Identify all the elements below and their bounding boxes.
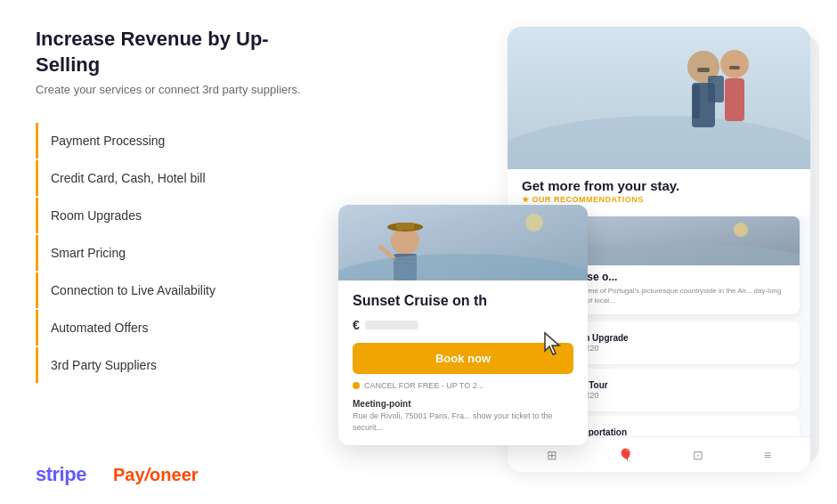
svg-rect-7 — [725, 78, 744, 121]
right-panel: Get more from your stay. ★ OUR RECOMMEND… — [338, 27, 810, 486]
feature-item-credit: Credit Card, Cash, Hotel bill — [36, 160, 321, 196]
svg-marker-34 — [545, 333, 559, 354]
nav-home-icon[interactable]: ⊞ — [547, 448, 557, 462]
hero-image — [508, 27, 810, 169]
main-container: Increase Revenue by Up-Selling Create yo… — [0, 0, 837, 504]
room-upgrade-name: Room Upgrade — [565, 333, 792, 343]
stripe-logo: stripe — [36, 463, 86, 486]
price-row: € — [353, 318, 573, 332]
food-tour-name: Food Tour — [565, 380, 792, 390]
floating-card-image — [338, 205, 588, 280]
meeting-point-address: Rue de Rivoli, 75001 Paris, Fra... show … — [353, 411, 573, 433]
feature-item-live: Connection to Live Availability — [36, 272, 321, 308]
feature-item-payment: Payment Processing — [36, 123, 321, 159]
page-title: Increase Revenue by Up-Selling — [36, 27, 321, 77]
food-tour-price: From €20 — [565, 391, 792, 400]
floating-card-body: Sunset Cruise on th € Book now CANCEL FO… — [338, 280, 588, 445]
recommendation-title: Get more from your stay. — [522, 178, 796, 193]
svg-point-32 — [525, 214, 543, 232]
euro-symbol: € — [353, 318, 360, 332]
svg-rect-27 — [396, 223, 414, 230]
feature-item-offers: Automated Offers — [36, 310, 321, 345]
feature-item-smart: Smart Pricing — [36, 235, 321, 271]
page-subtitle: Create your services or connect 3rd part… — [36, 83, 321, 96]
svg-rect-5 — [693, 85, 700, 118]
star-icon: ★ — [522, 195, 530, 204]
svg-rect-8 — [697, 68, 710, 72]
feature-list: Payment Processing Credit Card, Cash, Ho… — [36, 123, 321, 385]
feature-item-third: 3rd Party Suppliers — [36, 347, 321, 383]
svg-point-6 — [720, 50, 749, 78]
cursor-icon — [543, 331, 565, 362]
svg-rect-4 — [708, 76, 724, 102]
svg-point-11 — [734, 223, 748, 237]
nav-map-icon[interactable]: ⊡ — [693, 448, 703, 462]
service-info-food: Food Tour From €20 — [565, 380, 792, 400]
book-now-button[interactable]: Book now — [353, 343, 573, 374]
floating-card: Sunset Cruise on th € Book now CANCEL FO… — [338, 205, 588, 445]
room-upgrade-price: From €20 — [565, 344, 792, 353]
floating-hero-svg — [338, 205, 588, 280]
cursor-svg — [543, 331, 565, 356]
left-panel: Increase Revenue by Up-Selling Create yo… — [36, 27, 321, 486]
feature-item-room: Room Upgrades — [36, 198, 321, 233]
meeting-point: Meeting-point Rue de Rivoli, 75001 Paris… — [353, 399, 573, 433]
floating-card-title: Sunset Cruise on th — [353, 293, 573, 309]
meeting-point-label: Meeting-point — [353, 399, 573, 409]
cancel-note: CANCEL FOR FREE - UP TO 2... — [353, 381, 573, 390]
hero-svg — [508, 27, 810, 169]
service-info-room: Room Upgrade From €20 — [565, 333, 792, 353]
cancel-dot — [353, 382, 360, 389]
nav-balloon-icon[interactable]: 🎈 — [618, 448, 633, 462]
svg-rect-9 — [729, 66, 740, 69]
recommendation-sub: ★ OUR RECOMMENDATIONS — [522, 195, 796, 204]
price-bar — [365, 321, 418, 329]
payoneer-logo: Pay/oneer — [113, 465, 199, 485]
nav-menu-icon[interactable]: ≡ — [764, 448, 771, 462]
payment-logos: stripe Pay/oneer — [36, 445, 321, 486]
